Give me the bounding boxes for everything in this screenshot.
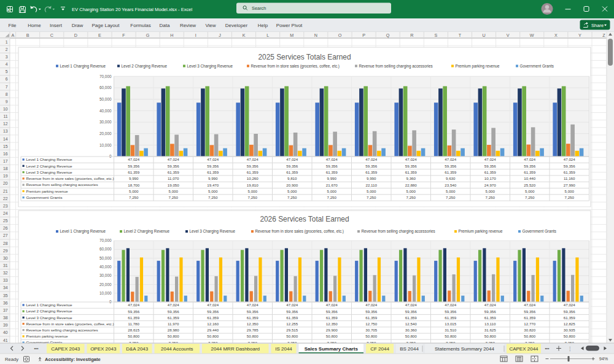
svg-text:47,024: 47,024	[168, 303, 179, 307]
svg-text:61,359: 61,359	[247, 316, 258, 320]
svg-text:24,970: 24,970	[484, 183, 496, 187]
svg-text:61,359: 61,359	[564, 316, 575, 320]
svg-text:27,990: 27,990	[564, 183, 575, 187]
svg-text:10,000: 10,000	[99, 143, 112, 147]
svg-text:61,359: 61,359	[207, 316, 219, 320]
svg-text:47,024: 47,024	[207, 303, 219, 307]
svg-text:OPEX 2043: OPEX 2043	[90, 346, 117, 352]
svg-text:59,356: 59,356	[247, 309, 258, 314]
svg-text:Government Grants: Government Grants	[523, 229, 556, 233]
svg-text:5,000: 5,000	[327, 189, 337, 193]
svg-text:D: D	[74, 33, 77, 38]
svg-text:47,024: 47,024	[405, 157, 417, 161]
svg-text:47,024: 47,024	[564, 157, 575, 161]
svg-text:M: M	[290, 33, 293, 38]
svg-text:16: 16	[3, 152, 8, 156]
svg-text:59,356: 59,356	[128, 164, 139, 168]
svg-text:Government Grants: Government Grants	[26, 195, 63, 199]
svg-text:S: S	[434, 33, 437, 38]
svg-text:59,356: 59,356	[405, 164, 417, 168]
svg-text:59,356: 59,356	[365, 309, 377, 314]
svg-text:5,000: 5,000	[208, 189, 218, 193]
svg-text:Revenue from selling charging: Revenue from selling charging accessorie…	[26, 182, 98, 187]
svg-text:Level 2 Charging Revenue: Level 2 Charging Revenue	[122, 64, 168, 69]
svg-text:12,540: 12,540	[405, 322, 417, 326]
svg-text:23,540: 23,540	[445, 183, 456, 187]
svg-text:33: 33	[3, 278, 8, 282]
svg-text:7,250: 7,250	[525, 195, 535, 199]
svg-text:59,356: 59,356	[168, 309, 179, 314]
svg-text:39: 39	[3, 323, 8, 327]
svg-text:5,000: 5,000	[446, 189, 456, 193]
svg-text:9,810: 9,810	[287, 176, 297, 180]
svg-text:I: I	[195, 33, 196, 38]
svg-text:47,024: 47,024	[286, 303, 298, 307]
svg-text:13,015: 13,015	[445, 322, 456, 326]
svg-text:D&A 2043: D&A 2043	[126, 346, 149, 352]
svg-text:Statements Summary 2044: Statements Summary 2044	[435, 346, 494, 352]
svg-text:H: H	[170, 33, 173, 38]
svg-text:47,024: 47,024	[445, 157, 456, 161]
svg-text:61,359: 61,359	[524, 170, 535, 174]
svg-text:11: 11	[4, 114, 8, 118]
svg-text:31: 31	[3, 263, 8, 268]
svg-text:Developer: Developer	[225, 23, 248, 28]
svg-text:View: View	[205, 23, 216, 28]
svg-text:61,359: 61,359	[445, 316, 456, 320]
svg-text:3: 3	[6, 55, 8, 59]
svg-text:61,359: 61,359	[128, 316, 139, 320]
svg-text:17: 17	[3, 159, 8, 163]
svg-text:50,800: 50,800	[524, 334, 535, 338]
svg-text:61,359: 61,359	[564, 170, 575, 174]
svg-text:59,356: 59,356	[564, 309, 575, 314]
svg-text:50,800: 50,800	[247, 334, 258, 338]
svg-text:Level 1 Charging Revenue: Level 1 Charging Revenue	[26, 157, 73, 161]
svg-text:Formulas: Formulas	[130, 23, 150, 28]
svg-text:20: 20	[3, 181, 8, 185]
svg-text:1: 1	[6, 40, 8, 44]
svg-text:L: L	[266, 33, 269, 38]
svg-text:9,990: 9,990	[129, 176, 139, 180]
svg-text:47,024: 47,024	[365, 157, 377, 161]
svg-text:7,250: 7,250	[287, 195, 297, 199]
svg-text:47,024: 47,024	[524, 303, 535, 307]
svg-text:61,359: 61,359	[365, 170, 377, 174]
svg-text:File: File	[9, 23, 17, 28]
svg-text:37: 37	[3, 308, 8, 312]
svg-text:21,670: 21,670	[326, 183, 338, 187]
svg-text:59,356: 59,356	[445, 309, 456, 314]
svg-text:30,935: 30,935	[564, 328, 575, 332]
svg-text:61,359: 61,359	[405, 170, 417, 174]
svg-text:BS 2044: BS 2044	[400, 346, 419, 352]
svg-text:59,356: 59,356	[564, 164, 575, 168]
svg-text:21: 21	[3, 189, 8, 193]
svg-text:47,024: 47,024	[247, 303, 258, 307]
svg-text:Q: Q	[386, 33, 390, 38]
svg-text:30,705: 30,705	[365, 328, 377, 332]
svg-text:59,356: 59,356	[484, 309, 496, 314]
svg-text:Help: Help	[258, 23, 268, 28]
svg-text:59,356: 59,356	[484, 164, 496, 168]
svg-text:Draw: Draw	[72, 23, 84, 28]
svg-text:Data: Data	[160, 23, 170, 28]
svg-text:W: W	[530, 33, 534, 38]
svg-text:50,800: 50,800	[564, 334, 575, 338]
svg-text:47,024: 47,024	[168, 157, 179, 161]
svg-text:59,356: 59,356	[445, 164, 456, 168]
svg-text:2026 Services Total Earned: 2026 Services Total Earned	[260, 215, 349, 223]
svg-text:Revenue from selling charging: Revenue from selling charging accessorie…	[26, 328, 98, 332]
svg-text:A: A	[11, 33, 14, 38]
svg-text:25: 25	[3, 219, 8, 223]
svg-text:Premium parking revenue: Premium parking revenue	[459, 229, 503, 234]
svg-text:Share: Share	[591, 23, 604, 28]
svg-text:CAPEX 2044: CAPEX 2044	[509, 346, 538, 352]
svg-text:30,360: 30,360	[405, 328, 417, 332]
svg-text:47,024: 47,024	[326, 303, 338, 307]
svg-text:50,800: 50,800	[405, 334, 417, 338]
svg-text:N: N	[314, 33, 317, 38]
svg-text:30,000: 30,000	[99, 120, 112, 124]
svg-text:Revenue from selling charging: Revenue from selling charging accessorie…	[359, 64, 433, 69]
svg-text:61,359: 61,359	[128, 170, 139, 174]
svg-text:9,990: 9,990	[367, 176, 376, 180]
svg-text:Level 2 Charging Revenue: Level 2 Charging Revenue	[124, 229, 170, 234]
